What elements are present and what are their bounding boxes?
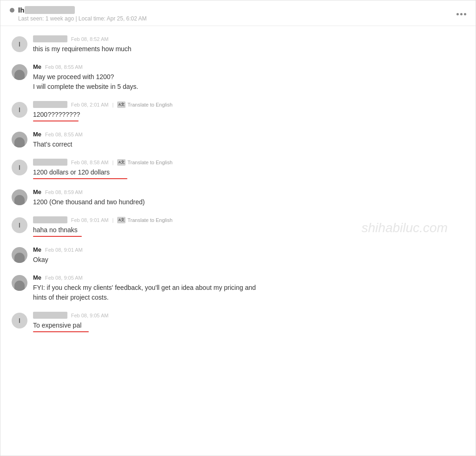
- underlined-text-wrapper: 1200 dollars or 120 dollars: [33, 168, 127, 179]
- meta-separator: |: [112, 160, 113, 165]
- avatar: [12, 64, 27, 80]
- message-content: MeFeb 08, 8:55 AMMay we proceed with 120…: [33, 63, 464, 92]
- message-sender: ████████: [33, 101, 67, 108]
- avatar-silhouette: [14, 195, 25, 205]
- chat-title: lh██████████: [18, 6, 75, 14]
- message-group: I████████Feb 08, 9:05 AMTo expensive pal: [12, 312, 464, 332]
- red-underline-decoration: [33, 331, 89, 332]
- header-name-blurred: ██████████: [25, 6, 75, 14]
- message-time: Feb 08, 8:52 AM: [71, 36, 109, 42]
- avatar-silhouette: [14, 137, 25, 148]
- avatar: I: [12, 36, 27, 52]
- underlined-text-wrapper: haha no thnaks: [33, 225, 82, 237]
- avatar: I: [12, 160, 27, 175]
- header-subtitle: Last seen: 1 week ago | Local time: Apr …: [10, 15, 147, 22]
- red-underline-decoration: [33, 121, 79, 121]
- message-group: MeFeb 08, 8:55 AMThat's correct: [12, 131, 464, 149]
- status-indicator: [10, 8, 14, 13]
- message-content: ████████Feb 08, 2:01 AM|A文Translate to E…: [33, 101, 464, 121]
- message-group: MeFeb 08, 8:59 AM1200 (One thousand and …: [12, 188, 464, 207]
- message-content: ████████Feb 08, 8:52 AMthis is my requir…: [33, 35, 464, 54]
- message-meta: MeFeb 08, 9:05 AM: [33, 274, 464, 281]
- messages-container: I████████Feb 08, 8:52 AMthis is my requi…: [0, 26, 476, 351]
- message-meta: MeFeb 08, 8:55 AM: [33, 63, 464, 70]
- message-sender: ████████: [33, 35, 67, 42]
- meta-separator: |: [112, 217, 113, 223]
- message-time: Feb 08, 9:05 AM: [45, 275, 83, 281]
- message-content: ████████Feb 08, 9:01 AM|A文Translate to E…: [33, 216, 464, 237]
- message-sender: Me: [33, 63, 41, 70]
- message-meta: ████████Feb 08, 8:58 AM|A文Translate to E…: [33, 159, 464, 166]
- message-group: MeFeb 08, 9:05 AMFYI: if you check my cl…: [12, 274, 464, 302]
- message-time: Feb 08, 9:01 AM: [45, 247, 83, 253]
- message-text-content: 1200 dollars or 120 dollars: [33, 168, 127, 177]
- translate-label: Translate to English: [127, 160, 172, 165]
- message-time: Feb 08, 9:05 AM: [71, 313, 109, 318]
- message-sender: Me: [33, 188, 41, 195]
- translate-button[interactable]: A文Translate to English: [117, 159, 172, 166]
- message-text-content: haha no thnaks: [33, 225, 82, 235]
- message-sender: ████████: [33, 159, 67, 166]
- message-meta: ████████Feb 08, 9:05 AM: [33, 312, 464, 319]
- message-content: MeFeb 08, 8:59 AM1200 (One thousand and …: [33, 188, 464, 207]
- message-sender: Me: [33, 274, 41, 281]
- message-sender: Me: [33, 246, 41, 253]
- translate-label: Translate to English: [127, 102, 172, 107]
- message-time: Feb 08, 8:58 AM: [71, 160, 109, 165]
- message-meta: MeFeb 08, 9:01 AM: [33, 246, 464, 253]
- message-text: 1200?????????: [33, 110, 464, 121]
- translate-button[interactable]: A文Translate to English: [117, 217, 172, 223]
- message-group: I████████Feb 08, 8:58 AM|A文Translate to …: [12, 159, 464, 179]
- avatar: [12, 132, 27, 148]
- message-content: MeFeb 08, 9:05 AMFYI: if you check my cl…: [33, 274, 464, 302]
- menu-dot-3: [464, 13, 466, 15]
- translate-icon: A文: [117, 101, 126, 108]
- avatar-silhouette: [14, 281, 25, 291]
- underlined-text-wrapper: 1200?????????: [33, 110, 80, 121]
- red-underline-decoration: [33, 236, 82, 237]
- message-group: I████████Feb 08, 9:01 AM|A文Translate to …: [12, 216, 464, 237]
- avatar-silhouette: [14, 253, 25, 263]
- message-text: FYI: if you check my clients' feedback, …: [33, 283, 464, 302]
- message-group: MeFeb 08, 9:01 AMOkay: [12, 246, 464, 265]
- more-options-button[interactable]: [456, 13, 466, 15]
- message-content: MeFeb 08, 8:55 AMThat's correct: [33, 131, 464, 149]
- translate-icon: A文: [117, 217, 126, 223]
- avatar: [12, 189, 27, 205]
- message-content: ████████Feb 08, 8:58 AM|A文Translate to E…: [33, 159, 464, 179]
- message-text: this is my requirements how much: [33, 44, 464, 54]
- header-name-text: lh: [18, 6, 25, 14]
- message-group: I████████Feb 08, 2:01 AM|A文Translate to …: [12, 101, 464, 121]
- message-sender: Me: [33, 131, 41, 138]
- translate-icon: A文: [117, 159, 126, 166]
- header-info: lh██████████ Last seen: 1 week ago | Loc…: [10, 6, 147, 22]
- message-text: 1200 (One thousand and two hundred): [33, 197, 464, 207]
- translate-label: Translate to English: [127, 217, 172, 223]
- message-text: haha no thnaks: [33, 225, 464, 237]
- message-group: MeFeb 08, 8:55 AMMay we proceed with 120…: [12, 63, 464, 92]
- message-text-content: To expensive pal: [33, 321, 89, 330]
- avatar: [12, 247, 27, 263]
- chat-window: shihabiluc.com lh██████████ Last seen: 1…: [0, 0, 476, 456]
- avatar: I: [12, 102, 27, 118]
- meta-separator: |: [112, 102, 113, 107]
- message-text: May we proceed with 1200?I will complete…: [33, 72, 464, 92]
- message-time: Feb 08, 8:55 AM: [45, 64, 83, 70]
- message-meta: ████████Feb 08, 8:52 AM: [33, 35, 464, 42]
- message-text: Okay: [33, 255, 464, 265]
- avatar: I: [12, 313, 27, 329]
- message-content: ████████Feb 08, 9:05 AMTo expensive pal: [33, 312, 464, 332]
- message-meta: ████████Feb 08, 2:01 AM|A文Translate to E…: [33, 101, 464, 108]
- avatar-silhouette: [14, 70, 25, 80]
- red-underline-decoration: [33, 178, 127, 179]
- translate-button[interactable]: A文Translate to English: [117, 101, 172, 108]
- avatar: [12, 275, 27, 291]
- message-meta: MeFeb 08, 8:55 AM: [33, 131, 464, 138]
- message-group: I████████Feb 08, 8:52 AMthis is my requi…: [12, 35, 464, 54]
- message-sender: ████████: [33, 216, 67, 223]
- menu-dot-2: [460, 13, 463, 15]
- message-text: To expensive pal: [33, 321, 464, 332]
- chat-header: lh██████████ Last seen: 1 week ago | Loc…: [0, 0, 476, 26]
- underlined-text-wrapper: To expensive pal: [33, 321, 89, 332]
- message-text-content: 1200?????????: [33, 110, 80, 120]
